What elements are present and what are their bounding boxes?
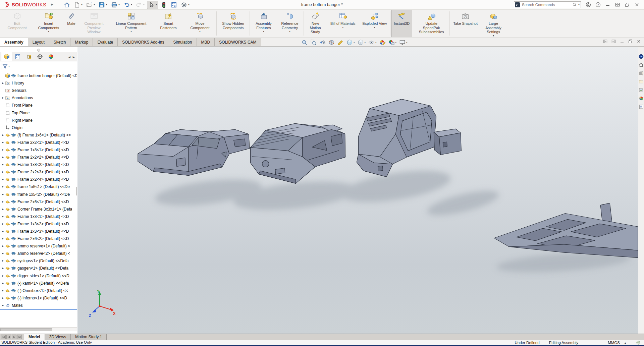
expand-arrow-icon[interactable]: ▶: [1, 237, 5, 240]
doc-close-button[interactable]: [636, 39, 641, 45]
units-selector[interactable]: MMGS ▴: [608, 341, 626, 345]
tab-mbd[interactable]: MBD: [197, 38, 215, 46]
view-orientation-button[interactable]: ▾: [345, 39, 356, 46]
tree-horizontal-scrollbar[interactable]: [0, 327, 77, 331]
tree-item[interactable]: Top Plane: [0, 109, 77, 116]
component-frame-tray[interactable]: [494, 203, 638, 258]
expand-arrow-icon[interactable]: ▶: [1, 260, 5, 262]
expand-arrow-icon[interactable]: ▶: [1, 282, 5, 285]
tree-item[interactable]: Origin: [0, 124, 77, 131]
solidworks-resources-tab[interactable]: [639, 62, 644, 67]
display-style-button[interactable]: ▾: [357, 39, 367, 46]
panel-tabs-scroll-left-icon[interactable]: ◀: [68, 56, 70, 59]
tree-item[interactable]: ▶History: [0, 79, 77, 87]
reference-geometry-button[interactable]: Reference Geometry▾: [277, 10, 303, 37]
expand-arrow-icon[interactable]: ▶: [1, 304, 5, 307]
doc-tab-3d-views[interactable]: 3D Views: [45, 334, 71, 340]
home-button[interactable]: [62, 1, 71, 9]
nav-next-button[interactable]: [12, 335, 16, 339]
expand-arrow-icon[interactable]: ▶: [1, 200, 5, 203]
apply-scene-button[interactable]: ▾: [387, 39, 398, 46]
tab-markup[interactable]: Markup: [70, 38, 93, 46]
tree-item[interactable]: ▶(-) Omnibox<1> (Default) <<: [0, 287, 77, 294]
minimize-button[interactable]: [603, 1, 612, 8]
tree-item[interactable]: ▶frame 1x5<1> (Default) <<De: [0, 183, 77, 190]
save-button[interactable]: ▾: [97, 1, 109, 9]
expand-arrow-icon[interactable]: ▶: [1, 82, 5, 84]
file-explorer-tab[interactable]: [639, 79, 644, 84]
large-assembly-settings-button[interactable]: Large Assembly Settings▾: [480, 10, 506, 37]
tab-simulation[interactable]: Simulation: [169, 38, 197, 46]
expand-arrow-icon[interactable]: ▶: [1, 289, 5, 292]
collapse-pane-left-button[interactable]: [603, 39, 608, 45]
split-view-button[interactable]: [613, 1, 622, 8]
tree-item[interactable]: ▶(-) inferno<1> (Default) <<D: [0, 294, 77, 302]
expand-arrow-icon[interactable]: ▶: [1, 230, 5, 233]
panel-tabs-scroll-right-icon[interactable]: ▶: [73, 56, 75, 59]
expand-arrow-icon[interactable]: ▶: [1, 223, 5, 225]
tree-item[interactable]: ▶digger side<1> (Default) <<D: [0, 272, 77, 280]
expand-arrow-icon[interactable]: ▶: [1, 97, 5, 99]
help-button[interactable]: ?: [594, 1, 602, 8]
tree-item[interactable]: ▶ammo reserve<2> (Default) <: [0, 250, 77, 257]
view-settings-button[interactable]: ▾: [398, 39, 409, 46]
open-document-button[interactable]: ▾: [85, 1, 96, 9]
view-palette-tab[interactable]: [639, 88, 644, 93]
zoom-to-area-button[interactable]: [309, 39, 318, 46]
collapse-pane-right-button[interactable]: [611, 39, 616, 45]
tree-item[interactable]: ▶Frame 1x8<1> (Default) <<D: [0, 146, 77, 154]
tree-filter-box[interactable]: ▾: [1, 63, 75, 70]
print-button[interactable]: ▾: [110, 1, 121, 9]
select-button[interactable]: ▾: [147, 1, 158, 9]
tree-item[interactable]: ▶frame 1x5<2> (Default) <<De: [0, 191, 77, 198]
tab-sketch[interactable]: Sketch: [49, 38, 71, 46]
propertymanager-tab[interactable]: [12, 52, 23, 61]
tree-item[interactable]: ▶Frame 1x3<2> (Default) <<D: [0, 220, 77, 228]
take-snapshot-button[interactable]: Take Snapshot: [450, 10, 480, 37]
command-search-box[interactable]: ▾: [514, 1, 581, 8]
tree-item[interactable]: ▶AAnnotations: [0, 94, 77, 102]
expand-arrow-icon[interactable]: ▶: [1, 208, 5, 211]
expand-arrow-icon[interactable]: ▶: [1, 193, 5, 196]
tree-item[interactable]: frame bottem banger (Default) <D: [0, 72, 77, 79]
logo-flyout-arrow-icon[interactable]: ▶: [51, 3, 53, 6]
nav-prev-button[interactable]: [6, 335, 11, 339]
tree-item[interactable]: ▶Corner Frame 3x3x1<1> (Defa: [0, 206, 77, 213]
options-list-button[interactable]: [169, 1, 178, 9]
update-speedpak-subassemblies-button[interactable]: Update SpeedPak Subassemblies: [414, 10, 449, 37]
configurationmanager-tab[interactable]: [23, 52, 34, 61]
tree-item[interactable]: ▶Mates: [0, 302, 77, 309]
doc-tab-model[interactable]: Model: [24, 334, 45, 340]
search-caret-icon[interactable]: ▾: [578, 3, 580, 6]
tree-item[interactable]: ▶ammo reserve<1> (Default) <: [0, 242, 77, 250]
bill-of-materials-button[interactable]: Bill of Materials▾: [328, 10, 358, 37]
assembly-features-button[interactable]: Assembly Features▾: [251, 10, 277, 37]
linear-component-pattern-button[interactable]: Linear Component Pattern▾: [110, 10, 153, 37]
rebuild-button[interactable]: [159, 1, 168, 9]
tree-item[interactable]: ▶Frame 2x2<4> (Default) <<D: [0, 176, 77, 183]
expand-arrow-icon[interactable]: ▶: [1, 245, 5, 247]
scrollbar-thumb[interactable]: [0, 328, 52, 331]
expand-arrow-icon[interactable]: ▶: [1, 171, 5, 173]
insert-components-button[interactable]: Insert Components▾: [33, 10, 64, 37]
tree-item[interactable]: Front Plane: [0, 102, 77, 109]
move-component-button[interactable]: Move Component▾: [184, 10, 216, 37]
tree-item[interactable]: ▶Frame 1x3<3> (Default) <<D: [0, 228, 77, 235]
panel-edge-grip[interactable]: [76, 187, 77, 195]
panel-splitter-grip[interactable]: [37, 49, 40, 52]
expand-arrow-icon[interactable]: ▶: [1, 252, 5, 255]
component-cab-middle[interactable]: [251, 123, 345, 183]
show-hidden-components-button[interactable]: Show Hidden Components: [217, 10, 249, 37]
dynamic-annotation-views-button[interactable]: [336, 39, 345, 46]
edit-appearance-button[interactable]: [378, 39, 387, 46]
displaymanager-tab[interactable]: [45, 52, 56, 61]
edit-component-button[interactable]: Edit Component: [1, 10, 33, 37]
doc-minimize-button[interactable]: [620, 39, 625, 45]
tree-item[interactable]: ▶(-) kami<1> (Default) <<Defa: [0, 280, 77, 287]
component-cab-right[interactable]: [357, 99, 462, 177]
featuremanager-design-tree-tab[interactable]: [1, 52, 12, 61]
tree-item[interactable]: ▶cyclops<1> (Default) <<Defa: [0, 257, 77, 265]
expand-arrow-icon[interactable]: ▶: [1, 215, 5, 218]
expand-arrow-icon[interactable]: ▶: [1, 156, 5, 159]
component-cab-left[interactable]: [138, 129, 250, 175]
